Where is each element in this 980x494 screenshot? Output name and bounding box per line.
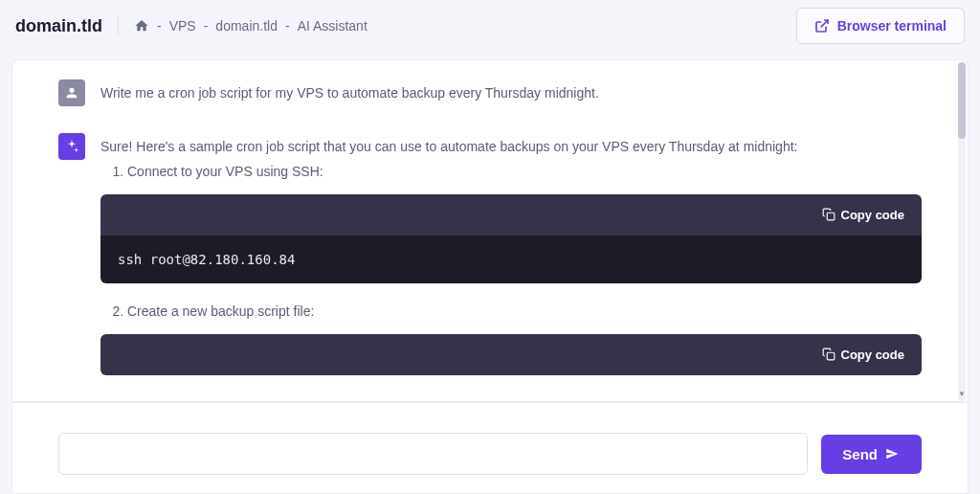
user-message: Write me a cron job script for my VPS to…: [58, 79, 922, 106]
ai-intro-text: Sure! Here's a sample cron job script th…: [100, 139, 797, 154]
browser-terminal-button[interactable]: Browser terminal: [796, 8, 965, 44]
external-link-icon: [814, 18, 830, 34]
terminal-button-label: Browser terminal: [837, 18, 947, 34]
svg-rect-1: [827, 352, 835, 360]
breadcrumb-current: AI Assistant: [298, 18, 368, 34]
user-message-text: Write me a cron job script for my VPS to…: [100, 79, 922, 106]
chat-container: Write me a cron job script for my VPS to…: [11, 59, 969, 402]
scroll-down-icon[interactable]: ▼: [958, 388, 966, 399]
copy-icon: [822, 208, 835, 221]
send-icon: [885, 447, 901, 460]
copy-icon: [822, 348, 835, 361]
copy-code-button[interactable]: Copy code: [822, 348, 904, 362]
breadcrumb: - VPS - domain.tld - AI Assistant: [134, 18, 796, 34]
step-2: Create a new backup script file:: [127, 301, 922, 322]
code-content: ssh root@82.180.160.84: [100, 236, 922, 283]
copy-code-button[interactable]: Copy code: [822, 208, 904, 222]
ai-message-body: Sure! Here's a sample cron job script th…: [100, 133, 922, 393]
ai-message: Sure! Here's a sample cron job script th…: [58, 133, 922, 393]
ai-avatar: [58, 133, 85, 160]
sparkle-icon: [64, 139, 79, 154]
code-block-2: Copy code: [100, 334, 922, 375]
code-block-1: Copy code ssh root@82.180.160.84: [100, 194, 922, 283]
send-label: Send: [842, 446, 878, 462]
copy-label: Copy code: [841, 208, 904, 222]
person-icon: [64, 85, 79, 101]
copy-label: Copy code: [841, 348, 904, 362]
breadcrumb-sep: -: [204, 18, 209, 34]
step-1: Connect to your VPS using SSH:: [127, 161, 922, 182]
scrollbar-thumb[interactable]: [958, 62, 966, 139]
svg-rect-0: [827, 213, 835, 221]
message-input[interactable]: [58, 433, 808, 475]
page-header: domain.tld - VPS - domain.tld - AI Assis…: [0, 0, 980, 52]
breadcrumb-sep: -: [157, 18, 162, 34]
send-button[interactable]: Send: [821, 435, 922, 474]
chat-scroll-area[interactable]: Write me a cron job script for my VPS to…: [12, 60, 968, 401]
user-avatar: [58, 79, 85, 106]
input-area: Send: [11, 402, 969, 494]
breadcrumb-domain[interactable]: domain.tld: [215, 18, 278, 34]
code-header: Copy code: [100, 194, 922, 236]
home-icon[interactable]: [134, 18, 149, 34]
breadcrumb-vps[interactable]: VPS: [169, 18, 196, 34]
code-header: Copy code: [100, 334, 922, 375]
scrollbar-track[interactable]: [958, 62, 966, 401]
breadcrumb-sep: -: [285, 18, 290, 34]
domain-title: domain.tld: [15, 16, 119, 36]
